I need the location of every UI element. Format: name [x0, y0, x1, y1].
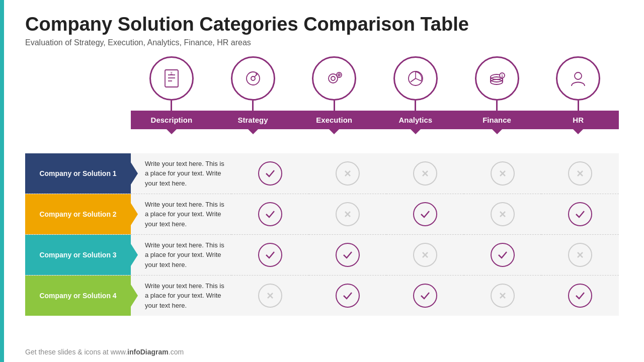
hr-cell-1 — [541, 153, 619, 194]
cross-icon — [491, 284, 515, 308]
col-label-hr: HR — [537, 111, 619, 129]
strategy-icon-circle — [231, 56, 275, 101]
icon-cell-execution: Execution — [293, 56, 375, 129]
execution-icon-circle — [312, 56, 356, 101]
hr-cell-3 — [541, 234, 619, 275]
row-header-1: Company or Solution 1 — [25, 153, 131, 194]
check-icon — [491, 243, 515, 267]
row-label-3: Company or Solution 3 — [25, 235, 131, 275]
page-subtitle: Evaluation of Strategy, Execution, Analy… — [25, 38, 619, 47]
check-icon — [568, 284, 592, 308]
check-icon — [413, 202, 437, 226]
cross-icon — [336, 202, 360, 226]
desc-cell-4: Write your text here. This is a place fo… — [131, 275, 231, 316]
footer: Get these slides & icons at www.infoDiag… — [25, 348, 184, 356]
svg-line-13 — [411, 78, 416, 82]
desc-cell-1: Write your text here. This is a place fo… — [131, 153, 231, 194]
svg-point-5 — [247, 72, 260, 85]
table-row: Company or Solution 3 Write your text he… — [25, 234, 619, 275]
footer-brand: infoDiagram — [127, 348, 169, 356]
analytics-cell-3 — [386, 234, 464, 275]
footer-text: Get these slides & icons at www. — [25, 348, 127, 356]
finance-icon-circle: 1 — [475, 56, 519, 101]
check-icon — [336, 284, 360, 308]
row-header-4: Company or Solution 4 — [25, 275, 131, 316]
desc-cell-3: Write your text here. This is a place fo… — [131, 234, 231, 275]
check-icon — [413, 284, 437, 308]
cross-icon — [336, 161, 360, 186]
svg-text:1: 1 — [501, 74, 503, 77]
connector-description — [171, 101, 172, 111]
strategy-cell-4 — [231, 275, 309, 316]
svg-point-9 — [331, 76, 335, 80]
connector-strategy — [252, 101, 254, 111]
table-row: Company or Solution 4 Write your text he… — [25, 275, 619, 316]
svg-point-11 — [338, 74, 340, 76]
table-wrapper: Company or Solution 1 Write your text he… — [25, 138, 619, 316]
check-icon — [258, 161, 282, 186]
table-row: Company or Solution 1 Write your text he… — [25, 153, 619, 194]
check-icon — [568, 202, 592, 226]
col-label-description: Description — [131, 111, 212, 129]
check-icon — [336, 243, 360, 267]
strategy-cell-1 — [231, 153, 309, 194]
comparison-table-section: Σ Description Strategy — [25, 56, 619, 316]
page-header: Company Solution Categories Comparison T… — [0, 0, 644, 47]
execution-cell-2 — [309, 194, 386, 234]
description-icon-circle: Σ — [149, 56, 194, 101]
col-label-finance: Finance — [456, 111, 538, 129]
row-header-3: Company or Solution 3 — [25, 234, 131, 275]
icon-row: Σ Description Strategy — [131, 56, 619, 129]
row-label-4: Company or Solution 4 — [25, 276, 131, 316]
table-row: Company or Solution 2 Write your text he… — [25, 194, 619, 234]
hr-cell-4 — [541, 275, 619, 316]
analytics-cell-1 — [386, 153, 464, 194]
analytics-icon-circle — [393, 56, 438, 101]
execution-cell-4 — [309, 275, 386, 316]
finance-cell-1 — [464, 153, 541, 194]
hr-icon-circle — [556, 56, 600, 101]
svg-text:Σ: Σ — [170, 71, 173, 75]
execution-cell-3 — [309, 234, 386, 275]
row-header-2: Company or Solution 2 — [25, 194, 131, 234]
icon-cell-hr: HR — [537, 56, 619, 129]
col-label-strategy: Strategy — [212, 111, 294, 129]
footer-suffix: .com — [169, 348, 184, 356]
cross-icon — [413, 243, 437, 267]
row-label-1: Company or Solution 1 — [25, 153, 131, 194]
analytics-cell-2 — [386, 194, 464, 234]
page-title: Company Solution Categories Comparison T… — [25, 14, 619, 35]
comparison-table: Company or Solution 1 Write your text he… — [25, 153, 619, 316]
desc-cell-2: Write your text here. This is a place fo… — [131, 194, 231, 234]
connector-execution — [334, 101, 335, 111]
cross-icon — [568, 243, 592, 267]
cross-icon — [491, 202, 515, 226]
connector-hr — [578, 101, 579, 111]
row-label-2: Company or Solution 2 — [25, 194, 131, 234]
hr-cell-2 — [541, 194, 619, 234]
connector-finance — [496, 101, 498, 111]
col-label-analytics: Analytics — [375, 111, 456, 129]
icon-cell-finance: 1 Finance — [456, 56, 538, 129]
svg-point-21 — [575, 72, 582, 79]
check-icon — [258, 202, 282, 226]
execution-cell-1 — [309, 153, 386, 194]
strategy-cell-2 — [231, 194, 309, 234]
finance-cell-3 — [464, 234, 541, 275]
icon-cell-strategy: Strategy — [212, 56, 294, 129]
finance-cell-2 — [464, 194, 541, 234]
cross-icon — [568, 161, 592, 186]
connector-analytics — [415, 101, 416, 111]
cross-icon — [491, 161, 515, 186]
cross-icon — [258, 284, 282, 308]
finance-cell-4 — [464, 275, 541, 316]
col-label-execution: Execution — [293, 111, 375, 129]
svg-point-10 — [337, 72, 342, 77]
check-icon — [258, 243, 282, 267]
analytics-cell-4 — [386, 275, 464, 316]
icon-cell-analytics: Analytics — [375, 56, 456, 129]
left-accent-bar — [0, 0, 4, 362]
icon-cell-description: Σ Description — [131, 56, 212, 129]
cross-icon — [413, 161, 437, 186]
strategy-cell-3 — [231, 234, 309, 275]
